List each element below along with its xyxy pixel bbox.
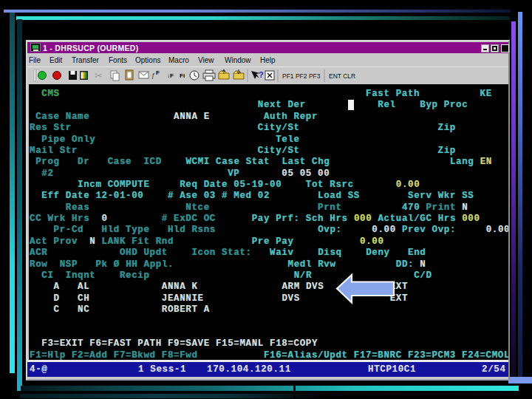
svg-text:Fi: Fi	[180, 72, 185, 79]
svg-text:ENT CLR: ENT CLR	[329, 72, 355, 80]
svg-text:ƒ: ƒ	[151, 72, 155, 79]
svg-text:✂: ✂	[95, 70, 103, 81]
svg-text:?: ?	[259, 70, 264, 79]
svg-text:PF1 PF2 PF3: PF1 PF2 PF3	[282, 72, 321, 80]
svg-text:↓F: ↓F	[167, 72, 174, 79]
svg-text:F: F	[156, 69, 160, 76]
